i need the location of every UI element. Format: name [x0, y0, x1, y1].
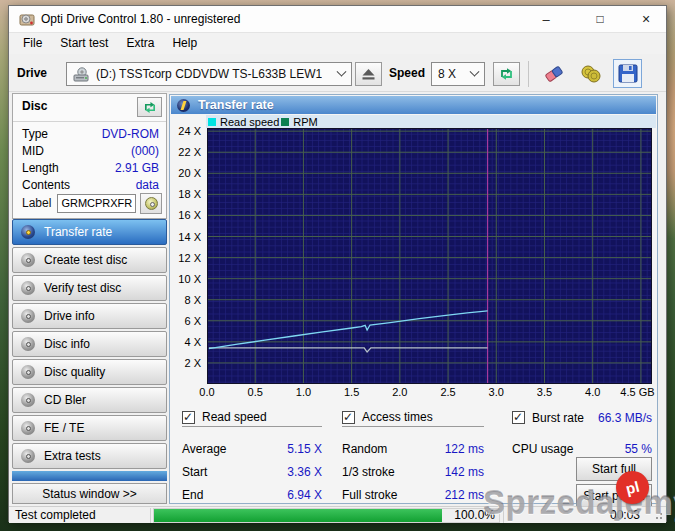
- status-bar: Test completed 100.0% 00:03: [9, 506, 666, 523]
- menu-start-test[interactable]: Start test: [51, 33, 117, 54]
- disc-length-value: 2.91 GB: [115, 161, 159, 176]
- sidebar-item-label: Create test disc: [44, 253, 127, 267]
- menu-extra[interactable]: Extra: [117, 33, 163, 54]
- end-value: 6.94 X: [287, 488, 322, 503]
- chart-title: Transfer rate: [198, 98, 274, 112]
- disc-label-input[interactable]: [57, 194, 136, 213]
- y-tick-label: 12 X: [178, 252, 201, 264]
- disc-label-label: Label: [22, 196, 51, 210]
- app-icon: [19, 12, 35, 27]
- register-button[interactable]: [576, 59, 605, 88]
- resize-grip-icon[interactable]: [654, 511, 663, 520]
- disc-contents-value: data: [136, 178, 159, 193]
- read-speed-results: Read speed Average 5.15 X Start 3.36 X E…: [182, 411, 322, 501]
- full-stroke-row: Full stroke 212 ms: [342, 488, 484, 503]
- title-bar[interactable]: Opti Drive Control 1.80 - unregistered –…: [9, 6, 666, 33]
- toolbar: Drive (D:) TSSTcorp CDDVDW TS-L633B LEW1…: [9, 54, 666, 92]
- sidebar-item-transfer-rate[interactable]: Transfer rate: [12, 219, 167, 245]
- burst-rate-checkbox[interactable]: [512, 411, 525, 424]
- refresh-icon: [143, 101, 157, 114]
- x-tick-label: 4.0: [585, 386, 600, 398]
- sidebar-item-label: Disc quality: [44, 365, 105, 379]
- disc-icon: [21, 225, 35, 239]
- x-tick-label: 0.5: [248, 386, 263, 398]
- start-label: Start: [182, 465, 207, 480]
- y-axis-labels: 24 X22 X20 X18 X16 X14 X12 X10 X8 X6 X4 …: [170, 128, 203, 384]
- minimize-button[interactable]: –: [525, 6, 567, 33]
- progress-bar: 100.0%: [153, 508, 500, 523]
- disc-bolt-icon: [177, 99, 190, 112]
- disc-icon: [21, 393, 35, 407]
- sidebar-item-verify-test-disc[interactable]: Verify test disc: [12, 275, 167, 301]
- maximize-button[interactable]: □: [579, 6, 621, 33]
- x-tick-label: 0.0: [199, 386, 214, 398]
- divider: [503, 508, 504, 523]
- read-speed-checkbox[interactable]: [182, 411, 195, 424]
- transfer-rate-chart[interactable]: [207, 128, 652, 384]
- sidebar-item-drive-info[interactable]: Drive info: [12, 303, 167, 329]
- sidebar-item-cd-bler[interactable]: CD Bler: [12, 387, 167, 413]
- burst-rate-value: 66.3 MB/s: [598, 411, 652, 425]
- drive-select[interactable]: (D:) TSSTcorp CDDVDW TS-L633B LEW1: [66, 62, 352, 86]
- save-button[interactable]: [613, 59, 642, 88]
- y-tick-label: 14 X: [178, 231, 201, 243]
- y-tick-label: 22 X: [178, 146, 201, 158]
- disc-mid-label: MID: [22, 144, 44, 159]
- disc-label-button[interactable]: [140, 193, 162, 214]
- y-tick-label: 2 X: [184, 357, 201, 369]
- access-times-checkbox[interactable]: [342, 411, 355, 424]
- eject-button[interactable]: [355, 62, 382, 86]
- legend-label-rpm: RPM: [293, 116, 317, 128]
- divider: [150, 508, 151, 523]
- y-tick-label: 24 X: [178, 125, 201, 137]
- progress-bar-fill: [154, 509, 442, 522]
- disc-icon: [21, 449, 35, 463]
- status-text: Test completed: [15, 508, 96, 523]
- elapsed-time: 00:03: [610, 508, 640, 523]
- legend-swatch-rpm: [281, 118, 289, 126]
- drive-label: Drive: [17, 66, 47, 80]
- disc-icon: [21, 365, 35, 379]
- legend-label-read-speed: Read speed: [220, 116, 279, 128]
- floppy-disk-icon: [618, 64, 638, 83]
- sidebar-item-label: Transfer rate: [44, 225, 112, 239]
- close-button[interactable]: ×: [625, 6, 667, 33]
- menu-file[interactable]: File: [14, 33, 51, 54]
- cpu-usage-row: CPU usage 55 %: [512, 442, 652, 457]
- sidebar-item-extra-tests[interactable]: Extra tests: [12, 443, 167, 469]
- x-axis-labels: 0.00.51.01.52.02.53.03.54.04.5 GB: [207, 386, 652, 400]
- one-third-stroke-label: 1/3 stroke: [342, 465, 395, 480]
- sidebar-item-label: Extra tests: [44, 449, 101, 463]
- cpu-usage-label: CPU usage: [512, 442, 573, 457]
- disc-mid-value: (000): [131, 144, 159, 159]
- refresh-disc-button[interactable]: [137, 97, 162, 117]
- status-window-button[interactable]: Status window >>: [12, 483, 167, 504]
- x-tick-label: 3.0: [489, 386, 504, 398]
- divider: [13, 121, 166, 122]
- erase-disc-button[interactable]: [539, 59, 568, 88]
- sidebar-item-label: Drive info: [44, 309, 95, 323]
- sidebar-item-disc-info[interactable]: Disc info: [12, 331, 167, 357]
- sidebar-item-disc-quality[interactable]: Disc quality: [12, 359, 167, 385]
- sidebar-footer-strip: [12, 471, 167, 481]
- y-tick-label: 18 X: [178, 188, 201, 200]
- app-window: Opti Drive Control 1.80 - unregistered –…: [8, 5, 667, 522]
- x-tick-label: 3.5: [537, 386, 552, 398]
- disc-icon: [21, 309, 35, 323]
- random-row: Random 122 ms: [342, 442, 484, 457]
- refresh-icon: [499, 67, 514, 81]
- refresh-speeds-button[interactable]: [493, 62, 520, 86]
- y-tick-label: 10 X: [178, 273, 201, 285]
- read-speed-header: Read speed: [182, 411, 322, 427]
- cpu-usage-value: 55 %: [625, 442, 652, 457]
- eject-icon: [362, 69, 375, 80]
- access-times-header: Access times: [342, 411, 484, 427]
- sidebar-item-fe-te[interactable]: FE / TE: [12, 415, 167, 441]
- sidebar-item-label: FE / TE: [44, 421, 84, 435]
- y-tick-label: 16 X: [178, 209, 201, 221]
- disc-contents-row: Contents data: [22, 178, 159, 193]
- window-title: Opti Drive Control 1.80 - unregistered: [41, 6, 240, 33]
- sidebar-item-create-test-disc[interactable]: Create test disc: [12, 247, 167, 273]
- speed-select[interactable]: 8 X: [431, 62, 485, 86]
- menu-help[interactable]: Help: [163, 33, 206, 54]
